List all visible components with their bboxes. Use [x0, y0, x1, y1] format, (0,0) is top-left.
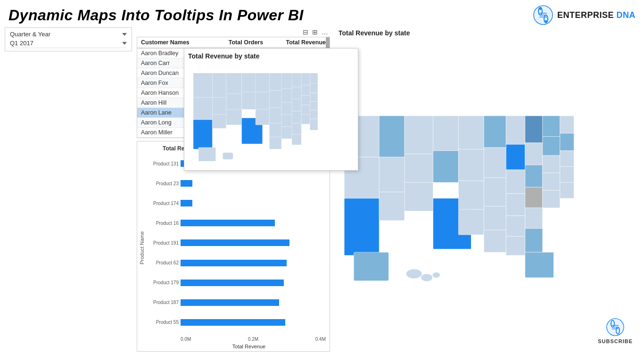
bar-label: Product 55 — [148, 320, 179, 325]
main-state-in — [525, 143, 543, 165]
state-ut — [226, 94, 242, 109]
more-options-icon[interactable]: … — [322, 28, 328, 36]
filter-icon[interactable]: ⊟ — [303, 28, 308, 36]
main-state-az — [379, 192, 405, 221]
main-state-ga — [525, 229, 543, 252]
state-tn — [281, 115, 292, 127]
state-nv — [212, 97, 226, 115]
bar-track — [181, 180, 326, 187]
state-ky — [281, 102, 292, 115]
main-state-ma — [560, 133, 574, 151]
state-ms — [281, 127, 292, 139]
main-state-wy — [433, 116, 459, 151]
slicer[interactable]: Quarter & Year Q1 2017 — [5, 27, 132, 51]
bar-fill — [181, 220, 275, 226]
main-state-sc — [525, 208, 543, 229]
right-panel: Total Revenue by state — [335, 27, 639, 352]
col-customer-names: Customer Names — [137, 37, 211, 48]
bar-label: Product 174 — [148, 201, 179, 206]
bar-label: Product 62 — [148, 260, 179, 265]
main-state-hi-2 — [421, 274, 432, 281]
bar-fill — [181, 319, 285, 326]
bar-label: Product 131 — [148, 161, 179, 166]
bar-row[interactable]: Product 62 — [148, 259, 326, 267]
main-state-md — [560, 182, 574, 198]
main-state-mn — [484, 116, 506, 148]
state-va — [301, 105, 310, 115]
main-usa-map-svg — [335, 40, 639, 351]
y-axis-label: Product Name — [139, 154, 148, 342]
subscribe-button[interactable]: SUBSCRIBE — [598, 318, 633, 344]
main-state-wv — [525, 187, 543, 208]
bar-row[interactable]: Product 187 — [148, 298, 326, 307]
state-md — [310, 110, 318, 119]
subscribe-label: SUBSCRIBE — [598, 338, 633, 344]
slicer-field-label: Quarter & Year — [10, 31, 50, 38]
slicer-label: Quarter & Year — [10, 31, 127, 38]
bar-row[interactable]: Product 16 — [148, 219, 326, 227]
logo-text-part2: DNA — [614, 10, 636, 20]
main-state-ar — [484, 206, 506, 230]
state-nm — [226, 109, 242, 125]
state-ar — [269, 123, 281, 137]
bar-track — [181, 220, 326, 226]
bar-fill — [181, 239, 289, 246]
state-wi — [281, 73, 292, 89]
bar-fill — [181, 280, 284, 286]
x-axis: 0.0M0.2M0.4M — [181, 337, 326, 342]
slicer-selected-value: Q1 2017 — [10, 40, 33, 47]
svg-point-6 — [539, 7, 542, 10]
bar-row[interactable]: Product 174 — [148, 199, 326, 207]
bar-chart-container: Total Revenue Product Name Product 131Pr… — [137, 141, 330, 352]
state-wy — [242, 73, 256, 92]
state-or — [193, 97, 212, 120]
x-axis-tick: 0.0M — [181, 337, 191, 342]
main-state-pa — [543, 116, 560, 137]
bar-track — [181, 319, 326, 326]
state-wa — [193, 73, 212, 97]
main-state-fl — [525, 252, 554, 278]
state-nd — [256, 73, 269, 92]
state-ak — [198, 148, 216, 161]
main-state-al — [506, 236, 525, 255]
logo-text: ENTERPRISE DNA — [557, 10, 636, 20]
main-map-title: Total Revenue by state — [335, 27, 639, 40]
main-state-sd — [458, 149, 484, 181]
state-nj — [301, 96, 310, 105]
state-sd — [256, 92, 269, 109]
bar-row[interactable]: Product 191 — [148, 239, 326, 247]
main-state-ut — [405, 154, 433, 183]
main-state-ok — [458, 209, 484, 235]
main-state-hi-1 — [406, 269, 422, 279]
main-state-nv — [379, 157, 405, 192]
expand-icon[interactable]: ⊞ — [312, 28, 318, 36]
bar-track — [181, 260, 326, 266]
col-total-orders: Total Orders — [211, 37, 267, 48]
state-pa — [301, 73, 310, 85]
main-state-wi — [506, 116, 525, 145]
bar-row[interactable]: Product 23 — [148, 179, 326, 188]
slicer-value[interactable]: Q1 2017 — [10, 39, 127, 48]
state-co — [242, 92, 256, 109]
bar-row[interactable]: Product 179 — [148, 279, 326, 287]
page-title: Dynamic Maps Into Tooltips In Power BI — [8, 7, 304, 24]
main-state-ks — [458, 181, 484, 210]
main-state-mi — [525, 116, 543, 143]
main-state-nd — [458, 116, 484, 149]
logo-text-part1: ENTERPRISE — [557, 10, 614, 20]
state-ma — [310, 83, 318, 93]
main-alaska-group — [354, 252, 388, 281]
bar-fill — [181, 200, 192, 206]
x-axis-tick: 0.4M — [315, 337, 326, 342]
bar-row[interactable]: Product 55 — [148, 318, 326, 327]
bar-track — [181, 299, 326, 306]
state-wv — [292, 111, 301, 123]
main-state-ak — [354, 252, 388, 281]
slicer-label-chevron-icon — [122, 33, 127, 36]
bar-label: Product 23 — [148, 181, 179, 186]
main-state-ms — [506, 216, 525, 237]
bar-track — [181, 280, 326, 286]
bar-track — [181, 239, 326, 246]
header: Dynamic Maps Into Tooltips In Power BI E… — [0, 0, 644, 27]
svg-point-7 — [545, 20, 547, 23]
